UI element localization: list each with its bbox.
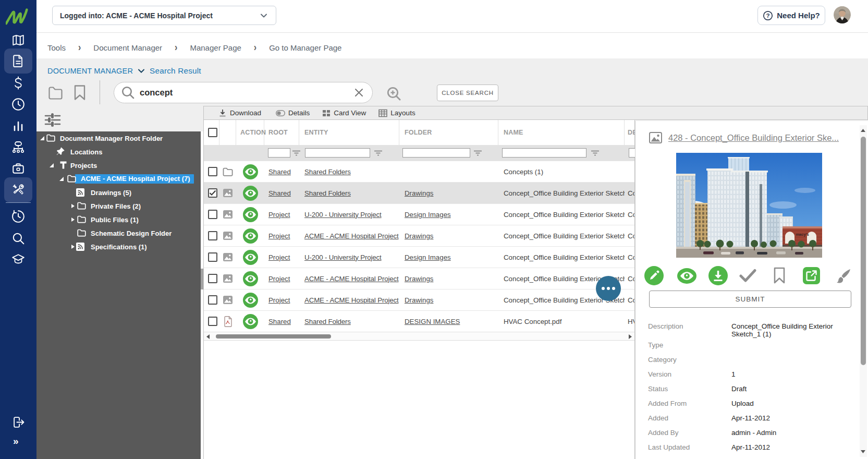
svg-text:macy’s: macy’s: [796, 232, 809, 237]
svg-text:?: ?: [766, 13, 770, 19]
